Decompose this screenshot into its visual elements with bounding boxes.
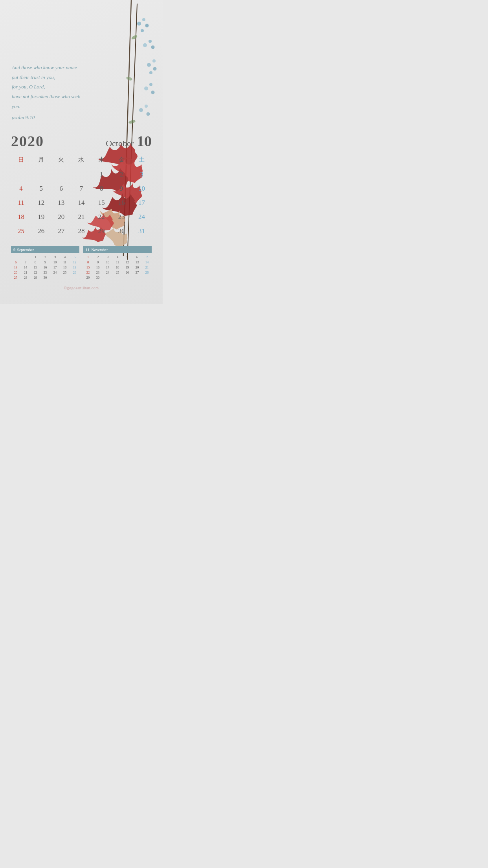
mini-cal-day: 30 [93,275,103,280]
calendar-day: 13 [51,196,71,210]
watermark: ©gogosanjihan.com [0,286,163,296]
mini-cal-day: 19 [70,265,79,270]
mini-cal-day: 22 [83,270,93,275]
svg-point-19 [131,35,138,40]
mini-cal-day: 29 [31,275,40,280]
mini-cal-day: 4 [113,255,122,259]
mini-cal-day: 16 [40,265,50,270]
calendar-year: 2020 [11,132,44,150]
mini-cal-day: 1 [83,255,93,259]
mini-cal-day: 16 [93,265,103,270]
mini-cal-day: 10 [50,260,60,265]
quote-line-2: put their trust in you, [12,73,84,83]
calendar-day: 19 [31,210,51,224]
mini-calendar: 9September123456789101112131415161718192… [11,246,79,280]
calendar-day: 31 [132,224,152,238]
calendar-day: 1 [92,167,112,182]
mini-cal-day: 25 [113,270,122,275]
calendar-month-name: October [106,138,134,149]
weekday-sun: 日 [11,154,31,166]
calendar-day: 16 [112,196,132,210]
svg-point-6 [143,43,147,47]
mini-cal-day: 5 [70,255,79,259]
calendar-day: 11 [11,196,31,210]
calendar-day: 30 [112,224,132,238]
calendar-day: 27 [51,224,71,238]
mini-cal-day: 8 [31,260,40,265]
mini-cal-day: 18 [113,265,122,270]
svg-point-5 [141,29,144,32]
mini-calendar: 11November123456789101112131415161718192… [83,246,152,280]
mini-cal-day: 11 [113,260,122,265]
calendar-day: 9 [112,182,132,196]
mini-cal-grid: 1234567891011121314151617181920212223242… [83,255,152,280]
mini-cal-day: 28 [21,275,30,280]
calendar-day: 20 [51,210,71,224]
calendar-day: 4 [11,182,31,196]
mini-cal-day: 23 [40,270,50,275]
calendar-header: 2020 October 10 [11,132,152,150]
mini-cal-day: 13 [132,260,142,265]
mini-cal-day: 5 [123,255,132,259]
mini-cal-day: 19 [123,265,132,270]
mini-cal-day: 26 [70,270,79,275]
mini-cal-day: 14 [21,265,30,270]
mini-cal-day: 18 [60,265,70,270]
mini-cal-day: 11 [60,260,70,265]
calendar-day: 22 [92,210,112,224]
mini-cal-day: 6 [11,260,20,265]
mini-cal-day: 20 [132,265,142,270]
page-wrapper: And those who know your name put their t… [0,0,163,304]
calendar-day: 7 [71,182,91,196]
mini-cal-day: 14 [142,260,152,265]
mini-cal-day: 10 [103,260,112,265]
mini-cal-day: 30 [40,275,50,280]
calendar-grid: 日 月 火 水 木 金 土 12345678910111213141516171… [11,154,152,238]
mini-cal-day: 2 [40,255,50,259]
mini-cal-day: 9 [40,260,50,265]
svg-point-3 [142,18,145,21]
mini-cal-day: 12 [123,260,132,265]
mini-cal-day: 3 [50,255,60,259]
calendar-day: 5 [31,182,51,196]
calendar-day [11,167,31,182]
calendar-day [51,167,71,182]
mini-cal-day: 20 [11,270,20,275]
svg-point-8 [151,46,155,49]
calendar-day [31,167,51,182]
mini-cal-day: 8 [83,260,93,265]
calendar-day [71,167,91,182]
calendar-day: 17 [132,196,152,210]
mini-cal-grid: 1234567891011121314151617181920212223242… [11,255,79,280]
calendar-day: 29 [92,224,112,238]
weekday-thu: 木 [92,154,112,166]
mini-cal-day: 21 [142,265,152,270]
mini-cal-day: 24 [50,270,60,275]
mini-cal-day: 13 [11,265,20,270]
calendar-day: 8 [92,182,112,196]
mini-cal-day: 26 [123,270,132,275]
calendar-day: 25 [11,224,31,238]
quote-line-1: And those who know your name [12,63,84,73]
weekday-mon: 月 [31,154,51,166]
mini-cal-day: 17 [103,265,112,270]
mini-cal-day: 21 [21,270,30,275]
mini-cal-day: 4 [60,255,70,259]
calendar-day: 21 [71,210,91,224]
svg-point-10 [152,59,156,63]
mini-cal-day: 7 [21,260,30,265]
calendar-month-num: 10 [137,132,152,150]
calendar-day: 15 [92,196,112,210]
mini-cal-day: 7 [142,255,152,259]
mini-cal-day: 12 [70,260,79,265]
mini-cal-day: 25 [60,270,70,275]
quote-section: And those who know your name put their t… [0,63,163,121]
calendar-day: 24 [132,210,152,224]
quote-line-4: have not forsaken those who seek you. [12,92,84,111]
mini-cal-day: 28 [142,270,152,275]
content-area: And those who know your name put their t… [0,63,163,296]
mini-cal-day: 27 [132,270,142,275]
mini-cal-day: 23 [93,270,103,275]
quote-line-3: for you, O Lord, [12,82,84,92]
mini-cal-day: 15 [83,265,93,270]
